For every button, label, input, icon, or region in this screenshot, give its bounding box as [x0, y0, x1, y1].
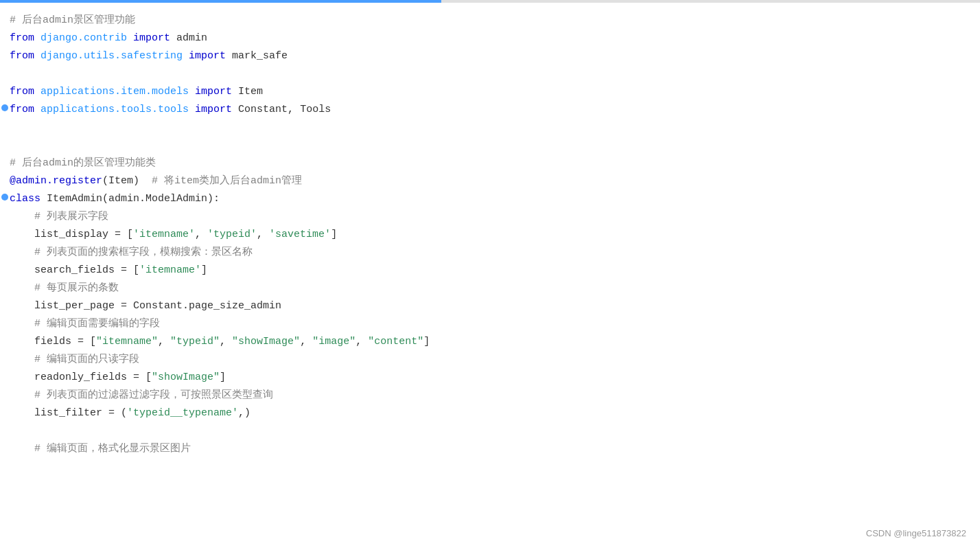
token-module: applications.tools.tools	[40, 104, 189, 115]
token-module: django.contrib	[40, 32, 127, 44]
code-line: from applications.tools.tools import Con…	[0, 102, 980, 119]
token-plain	[34, 104, 40, 115]
token-plain: fields = [	[34, 336, 96, 347]
footer-attribution: CSDN @linge511873822	[866, 527, 966, 541]
token-plain: list_filter = (	[34, 407, 127, 419]
token-comment-cn: # 编辑页面的只读字段	[34, 354, 139, 365]
code-line: readonly_fields = ["showImage"]	[0, 369, 980, 387]
token-string-dq: "content"	[368, 336, 423, 347]
token-decorator: @admin.register	[10, 175, 102, 187]
token-string-dq: "itemname"	[96, 336, 158, 347]
gutter-breakpoint-icon	[1, 194, 8, 201]
token-indent	[10, 229, 34, 240]
token-plain: ,	[257, 229, 269, 240]
code-line: # 列表展示字段	[0, 209, 980, 227]
code-line: # 列表页面的搜索框字段，模糊搜索：景区名称	[0, 244, 980, 262]
token-plain: ]	[201, 264, 207, 276]
code-line: # 编辑页面需要编辑的字段	[0, 316, 980, 334]
token-plain: Constant, Tools	[232, 104, 331, 115]
token-comment-cn: # 后台admin景区管理功能	[10, 14, 135, 26]
token-comment-cn: # 列表页面的搜索框字段，模糊搜索：景区名称	[34, 247, 253, 258]
token-indent	[10, 443, 34, 455]
token-plain: ]	[220, 372, 226, 383]
token-plain: ItemAdmin(admin.ModelAdmin):	[40, 193, 220, 205]
token-plain: ,	[158, 336, 170, 347]
token-indent	[10, 372, 34, 383]
gutter-breakpoint-icon	[1, 104, 8, 111]
token-keyword: import	[189, 50, 226, 62]
token-plain	[127, 32, 133, 44]
token-comment-cn: # 编辑页面需要编辑的字段	[34, 318, 160, 330]
code-line	[0, 137, 980, 155]
token-plain: list_display = [	[34, 229, 133, 240]
token-plain: ]	[331, 229, 337, 240]
token-indent	[10, 354, 34, 365]
token-string-sq: 'savetime'	[269, 229, 331, 240]
token-plain	[189, 104, 195, 115]
token-keyword: import	[133, 32, 170, 44]
token-indent	[10, 247, 34, 258]
token-string-dq: "showImage"	[152, 372, 220, 383]
code-line: from django.contrib import admin	[0, 30, 980, 48]
token-module: django.utils.safestring	[40, 50, 183, 62]
token-keyword: import	[195, 104, 232, 115]
code-line: from django.utils.safestring import mark…	[0, 48, 980, 66]
token-plain	[189, 86, 195, 98]
token-keyword: from	[10, 86, 34, 98]
token-keyword: from	[10, 32, 34, 44]
code-line: # 每页展示的条数	[0, 280, 980, 298]
token-indent	[10, 389, 34, 401]
token-plain	[183, 50, 189, 62]
token-plain: ,	[195, 229, 207, 240]
code-line: search_fields = ['itemname']	[0, 262, 980, 280]
token-string-sq: 'itemname'	[139, 264, 201, 276]
code-editor: # 后台admin景区管理功能from django.contrib impor…	[0, 0, 980, 548]
token-comment-cn: # 列表页面的过滤器过滤字段，可按照景区类型查询	[34, 389, 273, 401]
token-plain: search_fields = [	[34, 264, 139, 276]
token-plain	[139, 175, 152, 187]
token-plain: ,	[300, 336, 312, 347]
token-indent	[10, 336, 34, 347]
token-string-dq: "image"	[312, 336, 355, 347]
token-module: applications.item.models	[40, 86, 189, 98]
token-comment-cn: # 将item类加入后台admin管理	[152, 175, 302, 187]
code-line: list_display = ['itemname', 'typeid', 's…	[0, 227, 980, 244]
token-plain	[34, 32, 40, 44]
token-keyword: from	[10, 50, 34, 62]
code-line: # 列表页面的过滤器过滤字段，可按照景区类型查询	[0, 387, 980, 405]
token-comment-cn: # 列表展示字段	[34, 211, 108, 222]
token-string-dq: "showImage"	[232, 336, 300, 347]
token-plain: ,	[355, 336, 368, 347]
code-line: # 编辑页面，格式化显示景区图片	[0, 441, 980, 459]
code-line: # 后台admin的景区管理功能类	[0, 155, 980, 173]
token-string-sq: 'itemname'	[133, 229, 195, 240]
token-indent	[10, 318, 34, 330]
code-line: class ItemAdmin(admin.ModelAdmin):	[0, 191, 980, 209]
code-line	[0, 66, 980, 84]
token-indent	[10, 300, 34, 312]
token-string-dq: "typeid"	[170, 336, 220, 347]
token-plain: (Item)	[102, 175, 139, 187]
code-line: list_per_page = Constant.page_size_admin	[0, 298, 980, 316]
token-plain	[34, 86, 40, 98]
code-line: # 编辑页面的只读字段	[0, 352, 980, 369]
token-indent	[10, 264, 34, 276]
code-line	[0, 119, 980, 137]
token-plain	[34, 50, 40, 62]
code-line: from applications.item.models import Ite…	[0, 84, 980, 102]
token-plain: ,)	[238, 407, 250, 419]
token-plain: readonly_fields = [	[34, 372, 152, 383]
token-string-sq: 'typeid'	[207, 229, 257, 240]
token-plain: ]	[423, 336, 430, 347]
token-plain: ,	[220, 336, 232, 347]
progress-bar	[0, 0, 980, 3]
token-plain: admin	[170, 32, 207, 44]
token-plain: list_per_page = Constant.page_size_admin	[34, 300, 281, 312]
token-comment-cn: # 后台admin的景区管理功能类	[10, 157, 156, 169]
token-string-sq: 'typeid__typename'	[127, 407, 238, 419]
code-line: @admin.register(Item) # 将item类加入后台admin管…	[0, 173, 980, 191]
token-indent	[10, 282, 34, 294]
code-line	[0, 423, 980, 441]
token-keyword: import	[195, 86, 232, 98]
token-indent	[10, 211, 34, 222]
